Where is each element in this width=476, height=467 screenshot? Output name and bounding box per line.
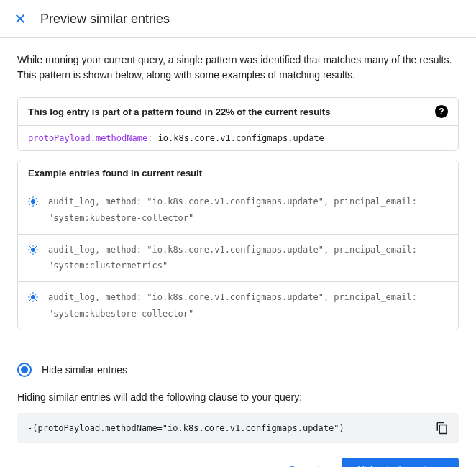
svg-line-18 — [35, 246, 37, 248]
svg-line-8 — [35, 204, 37, 205]
copy-icon[interactable] — [436, 422, 449, 435]
intro-text: While running your current query, a sing… — [17, 53, 459, 83]
entry-text: audit_log, method: "io.k8s.core.v1.confi… — [48, 194, 448, 227]
cancel-button[interactable]: Cancel — [273, 458, 336, 467]
svg-line-19 — [29, 252, 31, 253]
example-row[interactable]: audit_log, method: "io.k8s.core.v1.confi… — [18, 282, 458, 330]
svg-line-27 — [35, 294, 37, 295]
svg-point-2 — [31, 199, 35, 204]
radio-icon — [17, 363, 32, 377]
pattern-code: protoPayload.methodName: io.k8s.core.v1.… — [18, 126, 458, 150]
dialog-body: While running your current query, a sing… — [0, 38, 476, 345]
entry-text: audit_log, method: "io.k8s.core.v1.confi… — [48, 242, 448, 275]
log-entry-icon — [28, 196, 38, 207]
svg-line-28 — [29, 299, 31, 301]
pattern-key: protoPayload.methodName: — [28, 133, 152, 143]
svg-line-9 — [35, 198, 37, 199]
svg-line-25 — [29, 294, 31, 295]
svg-line-26 — [35, 299, 37, 301]
clause-box: -(protoPayload.methodName="io.k8s.core.v… — [17, 413, 459, 443]
pattern-value: io.k8s.core.v1.configmaps.update — [158, 133, 324, 143]
log-entry-icon — [28, 245, 38, 255]
log-entry-icon — [28, 292, 38, 302]
examples-header: Example entries found in current result — [18, 160, 458, 186]
example-row[interactable]: audit_log, method: "io.k8s.core.v1.confi… — [18, 186, 458, 235]
hide-description: Hiding similar entries will add the foll… — [17, 391, 459, 403]
example-row[interactable]: audit_log, method: "io.k8s.core.v1.confi… — [18, 235, 458, 283]
clause-text: -(protoPayload.methodName="io.k8s.core.v… — [27, 423, 344, 433]
radio-hide-similar[interactable]: Hide similar entries — [17, 363, 459, 377]
close-icon[interactable] — [12, 10, 29, 27]
radio-label: Hide similar entries — [42, 364, 127, 376]
help-icon[interactable]: ? — [435, 105, 448, 118]
entry-text: audit_log, method: "io.k8s.core.v1.confi… — [48, 289, 448, 322]
svg-line-16 — [29, 246, 31, 248]
svg-point-20 — [31, 295, 35, 299]
svg-line-10 — [29, 204, 31, 205]
button-row: Cancel Hide similar entries — [17, 458, 459, 467]
dialog-header: Preview similar entries — [0, 0, 476, 38]
options-section: Hide similar entries Hiding similar entr… — [0, 345, 476, 467]
svg-point-11 — [31, 248, 35, 252]
hide-similar-button[interactable]: Hide similar entries — [342, 458, 459, 467]
examples-box: Example entries found in current result … — [17, 160, 459, 330]
pattern-box: This log entry is part of a pattern foun… — [17, 97, 459, 151]
dialog-title: Preview similar entries — [40, 12, 170, 27]
pattern-header-row: This log entry is part of a pattern foun… — [18, 98, 458, 126]
svg-line-7 — [29, 198, 31, 199]
pattern-header-text: This log entry is part of a pattern foun… — [28, 106, 330, 117]
svg-line-17 — [35, 252, 37, 253]
